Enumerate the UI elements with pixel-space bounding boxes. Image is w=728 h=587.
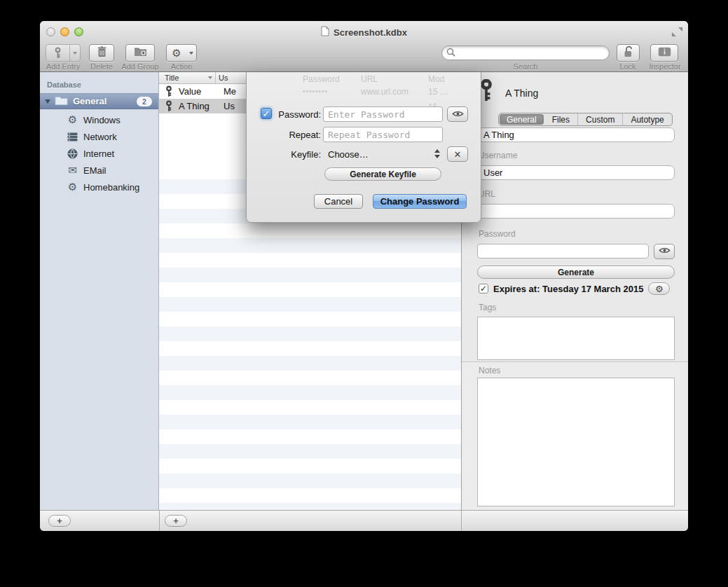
show-password-button[interactable]: [654, 244, 675, 259]
key-icon: [479, 79, 493, 104]
add-entry-footer-button[interactable]: +: [165, 515, 187, 527]
popup-stepper-icon[interactable]: [434, 149, 440, 158]
column-header-title[interactable]: Title: [165, 74, 179, 82]
search-label: Search: [441, 62, 610, 71]
tab-general[interactable]: General: [500, 114, 544, 125]
entry-title: Value: [179, 86, 221, 97]
sidebar-group-general[interactable]: General 2: [40, 93, 158, 109]
inspector-label: Inspector: [644, 62, 686, 71]
url-field[interactable]: [477, 204, 675, 219]
disclosure-triangle-icon[interactable]: [45, 99, 50, 104]
change-password-sheet: Password URL Mod •••••••• www.url.com 15…: [246, 72, 481, 223]
inspector-panel: A Thing General Files Custom Autotype Us…: [461, 72, 688, 510]
sidebar-group-label: General: [73, 96, 107, 106]
search-icon: [446, 47, 455, 60]
sheet-keyfile-label: Keyfile:: [247, 149, 321, 160]
sheet-repeat-label: Repeat:: [247, 130, 321, 140]
gear-icon: ⚙: [655, 284, 664, 294]
sidebar-section-header: Database: [47, 81, 158, 89]
folder-icon: [55, 95, 68, 108]
generate-label: Generate: [558, 268, 594, 277]
change-password-button[interactable]: Change Password: [373, 194, 467, 209]
action-button[interactable]: ⚙: [166, 44, 197, 62]
generate-password-button[interactable]: Generate: [477, 265, 675, 279]
gear-icon: ⚙: [167, 47, 186, 60]
username-label: Username: [479, 151, 517, 160]
ghost-url-value: www.url.com: [361, 87, 408, 97]
username-field[interactable]: [477, 165, 675, 180]
cancel-button[interactable]: Cancel: [314, 194, 363, 209]
folder-plus-icon: [134, 46, 147, 60]
lock-button[interactable]: [617, 44, 640, 62]
add-group-label: Add Group: [118, 62, 162, 71]
generate-keyfile-label: Generate Keyfile: [350, 170, 416, 179]
generate-keyfile-button[interactable]: Generate Keyfile: [324, 167, 441, 181]
add-group-footer-button[interactable]: +: [48, 515, 71, 527]
trash-icon: [97, 46, 107, 60]
entry-title: A Thing: [179, 101, 221, 111]
sidebar-item-label: Internet: [83, 149, 114, 159]
key-icon: [46, 47, 69, 59]
add-entry-button[interactable]: [46, 44, 81, 62]
tab-files[interactable]: Files: [544, 113, 578, 125]
delete-label: Delete: [86, 62, 117, 71]
inspector-entry-title: A Thing: [505, 88, 538, 99]
password-field[interactable]: [477, 244, 649, 258]
inspector-button[interactable]: [650, 44, 678, 62]
tags-textarea[interactable]: [477, 317, 675, 360]
ghost-modified-value: 15 …: [428, 87, 448, 97]
new-password-input[interactable]: [323, 106, 443, 122]
document-icon: [321, 26, 329, 39]
info-icon: [658, 47, 671, 60]
window-chrome: Screenshot.kdbx Add Entry Delete: [40, 21, 688, 72]
notes-textarea[interactable]: [477, 378, 675, 506]
title-field[interactable]: [477, 127, 675, 142]
reveal-password-button[interactable]: [447, 106, 468, 122]
sidebar-item-windows[interactable]: ⚙ Windows: [40, 111, 158, 128]
add-group-button[interactable]: [125, 44, 155, 62]
tab-autotype[interactable]: Autotype: [623, 113, 671, 125]
keyfile-popup[interactable]: Choose…: [328, 149, 369, 160]
sidebar-item-internet[interactable]: Internet: [40, 145, 158, 162]
server-icon: [67, 132, 78, 141]
sidebar-item-label: EMail: [83, 165, 107, 176]
column-header-username[interactable]: Us: [216, 74, 228, 82]
bottom-bar: + +: [40, 510, 688, 531]
fullscreen-icon[interactable]: [671, 27, 683, 37]
sidebar-item-network[interactable]: Network: [40, 128, 158, 145]
expires-settings-button[interactable]: ⚙: [648, 282, 670, 295]
key-icon: [159, 100, 179, 112]
globe-icon: [67, 149, 78, 159]
search-input[interactable]: [441, 46, 610, 60]
expires-label: Expires at: Tuesday 17 March 2015: [493, 284, 643, 294]
notes-label: Notes: [479, 366, 500, 375]
sheet-password-label: Password:: [247, 109, 321, 120]
repeat-password-input[interactable]: [323, 127, 443, 142]
inspector-tabs: General Files Custom Autotype: [498, 113, 673, 126]
action-label: Action: [166, 62, 197, 71]
eye-icon: [659, 247, 671, 256]
ghost-column-modified: Mod: [428, 74, 444, 84]
ghost-column-password: Password: [303, 74, 340, 84]
ghost-password-dots: ••••••••: [303, 88, 328, 95]
window-title: Screenshot.kdbx: [334, 27, 407, 38]
tags-label: Tags: [479, 303, 496, 312]
clear-keyfile-button[interactable]: ✕: [447, 146, 468, 162]
sidebar-item-homebanking[interactable]: ⚙ Homebanking: [40, 179, 158, 195]
eye-icon: [452, 109, 464, 120]
add-entry-label: Add Entry: [43, 62, 83, 71]
close-icon: ✕: [454, 149, 462, 160]
tab-custom[interactable]: Custom: [578, 113, 623, 125]
expires-row: ✓ Expires at: Tuesday 17 March 2015 ⚙: [479, 282, 670, 295]
lock-label: Lock: [606, 62, 650, 71]
sidebar-item-label: Homebanking: [83, 182, 139, 193]
app-window: Screenshot.kdbx Add Entry Delete: [40, 21, 688, 531]
ghost-column-url: URL: [361, 74, 378, 84]
group-sidebar: Database General 2 ⚙ Windows: [40, 72, 159, 510]
delete-button[interactable]: [89, 44, 114, 62]
gear-icon: ⚙: [67, 115, 78, 125]
sidebar-item-email[interactable]: ✉ EMail: [40, 162, 158, 179]
sidebar-item-label: Windows: [83, 115, 121, 125]
gear-icon: ⚙: [67, 182, 78, 193]
expires-checkbox[interactable]: ✓: [479, 284, 488, 294]
